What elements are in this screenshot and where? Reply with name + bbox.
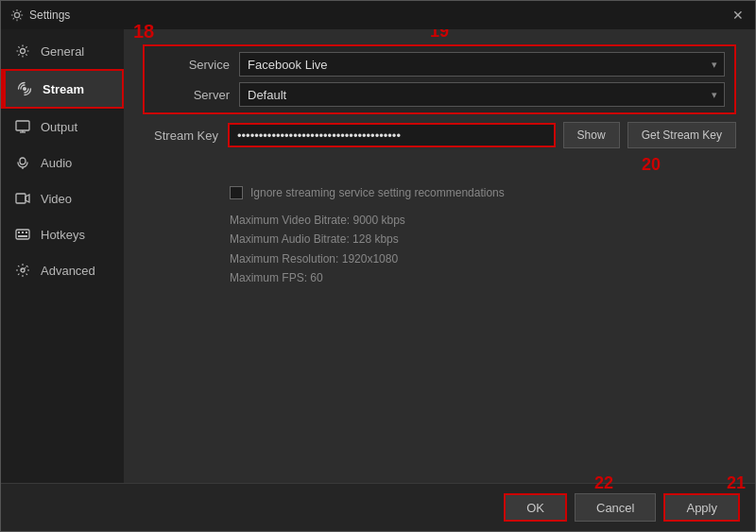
sidebar-label-output: Output — [41, 120, 77, 134]
svg-rect-9 — [16, 230, 29, 239]
stream-key-controls: Show Get Stream Key — [228, 122, 736, 148]
service-select-wrapper: Facebook Live — [239, 52, 725, 77]
svg-rect-10 — [18, 232, 20, 233]
ignore-checkbox-row: Ignore streaming service setting recomme… — [230, 186, 736, 199]
svg-rect-8 — [16, 194, 26, 203]
service-row: Service Facebook Live — [154, 52, 725, 77]
main-panel: 19 Service Facebook Live Server — [124, 29, 755, 483]
apply-button[interactable]: Apply — [663, 493, 740, 522]
info-section: Ignore streaming service setting recomme… — [143, 186, 736, 288]
sidebar-item-video[interactable]: Video — [1, 180, 124, 216]
svg-point-0 — [14, 12, 19, 17]
sidebar-label-audio: Audio — [41, 156, 72, 170]
sidebar-label-stream: Stream — [43, 82, 84, 96]
stream-form: 19 Service Facebook Live Server — [143, 44, 736, 468]
content-area: General Stream — [1, 29, 755, 483]
stream-key-input[interactable] — [228, 123, 556, 147]
svg-rect-6 — [20, 158, 26, 164]
server-select[interactable]: Default — [239, 82, 725, 107]
svg-rect-3 — [16, 121, 29, 130]
title-text: Settings — [29, 9, 70, 22]
cancel-button[interactable]: Cancel — [575, 493, 656, 522]
stream-key-label: Stream Key — [143, 129, 218, 143]
ignore-checkbox[interactable] — [230, 186, 243, 199]
sidebar-label-video: Video — [41, 192, 72, 206]
sidebar-label-general: General — [41, 44, 84, 59]
advanced-icon — [14, 262, 31, 279]
settings-window: Settings ✕ General — [0, 0, 756, 532]
label-21: 21 — [727, 473, 746, 493]
label-19: 19 — [430, 29, 449, 42]
sidebar-item-audio[interactable]: Audio — [1, 145, 124, 180]
show-button[interactable]: Show — [563, 122, 620, 148]
stream-key-section: 20 Stream Key Show Get Stream Key — [143, 122, 736, 148]
service-select[interactable]: Facebook Live — [239, 52, 725, 77]
svg-rect-12 — [26, 232, 27, 233]
sidebar: General Stream — [1, 29, 124, 483]
hotkeys-icon — [14, 226, 31, 243]
server-label: Server — [154, 88, 230, 102]
info-text-block: Maximum Video Bitrate: 9000 kbps Maximum… — [230, 211, 736, 288]
label-18: 18 — [133, 21, 154, 43]
sidebar-item-stream[interactable]: Stream — [1, 69, 124, 109]
info-line-1: Maximum Audio Bitrate: 128 kbps — [230, 230, 736, 249]
svg-rect-13 — [18, 235, 27, 237]
server-select-wrapper: Default — [239, 82, 725, 107]
audio-icon — [14, 154, 31, 171]
label-20: 20 — [642, 155, 661, 175]
video-icon — [14, 190, 31, 207]
sidebar-item-hotkeys[interactable]: Hotkeys — [1, 216, 124, 252]
general-icon — [14, 43, 31, 60]
sidebar-item-output[interactable]: Output — [1, 109, 124, 145]
ok-button[interactable]: OK — [504, 493, 567, 522]
footer: 18 22 21 OK Cancel Apply — [1, 483, 755, 531]
svg-point-2 — [23, 87, 26, 91]
info-line-3: Maximum FPS: 60 — [230, 268, 736, 287]
close-button[interactable]: ✕ — [730, 8, 746, 23]
sidebar-label-advanced: Advanced — [41, 264, 95, 278]
stream-key-row: Stream Key Show Get Stream Key — [143, 122, 736, 148]
info-line-2: Maximum Resolution: 1920x1080 — [230, 249, 736, 268]
settings-title-icon — [10, 9, 24, 22]
svg-rect-11 — [22, 232, 24, 233]
ignore-label: Ignore streaming service setting recomme… — [250, 186, 505, 199]
stream-icon — [16, 80, 33, 97]
server-row: Server Default — [154, 82, 725, 107]
service-label: Service — [154, 58, 230, 72]
label-22: 22 — [594, 473, 613, 493]
sidebar-item-general[interactable]: General — [1, 33, 124, 69]
title-bar: Settings ✕ — [1, 1, 755, 29]
info-line-0: Maximum Video Bitrate: 9000 kbps — [230, 211, 736, 230]
sidebar-item-advanced[interactable]: Advanced — [1, 252, 124, 288]
title-bar-left: Settings — [10, 9, 70, 22]
service-section: 19 Service Facebook Live Server — [143, 44, 736, 114]
get-stream-key-button[interactable]: Get Stream Key — [627, 122, 736, 148]
sidebar-label-hotkeys: Hotkeys — [41, 228, 85, 242]
svg-point-1 — [21, 49, 26, 54]
output-icon — [14, 118, 31, 135]
